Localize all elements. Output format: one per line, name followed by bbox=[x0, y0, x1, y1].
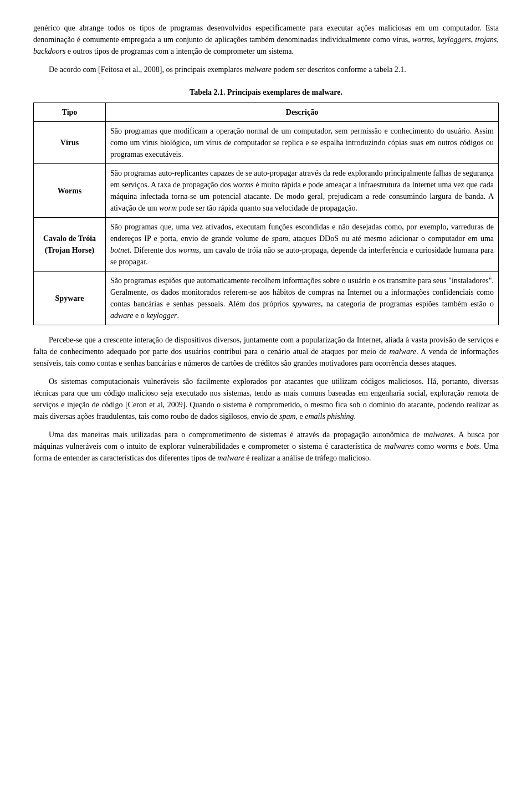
table-header-descricao: Descrição bbox=[106, 103, 499, 122]
tipo-worms: Worms bbox=[34, 164, 106, 218]
paragraph-3: Percebe-se que a crescente interação de … bbox=[33, 334, 499, 369]
tipo-trojan: Cavalo de Tróia(Trojan Horse) bbox=[34, 218, 106, 272]
table-row: Vírus São programas que modificam a oper… bbox=[34, 122, 499, 164]
desc-virus: São programas que modificam a operação n… bbox=[106, 122, 499, 164]
tipo-spyware: Spyware bbox=[34, 272, 106, 325]
table-caption: Tabela 2.1. Principais exemplares de mal… bbox=[33, 86, 499, 98]
table-row: Worms São programas auto-replicantes cap… bbox=[34, 164, 499, 218]
desc-trojan: São programas que, uma vez ativados, exe… bbox=[106, 218, 499, 272]
table-row: Spyware São programas espiões que automa… bbox=[34, 272, 499, 325]
table-row: Cavalo de Tróia(Trojan Horse) São progra… bbox=[34, 218, 499, 272]
paragraph-4: Os sistemas computacionais vulneráveis s… bbox=[33, 376, 499, 422]
malware-table: Tipo Descrição Vírus São programas que m… bbox=[33, 103, 499, 325]
paragraph-5: Uma das maneiras mais utilizadas para o … bbox=[33, 429, 499, 464]
desc-spyware: São programas espiões que automaticament… bbox=[106, 272, 499, 325]
paragraph-1: genérico que abrange todos os tipos de p… bbox=[33, 22, 499, 57]
paragraph-2: De acordo com [Feitosa et al., 2008], os… bbox=[33, 64, 499, 75]
desc-worms: São programas auto-replicantes capazes d… bbox=[106, 164, 499, 218]
table-header-tipo: Tipo bbox=[34, 103, 106, 122]
tipo-virus: Vírus bbox=[34, 122, 106, 164]
